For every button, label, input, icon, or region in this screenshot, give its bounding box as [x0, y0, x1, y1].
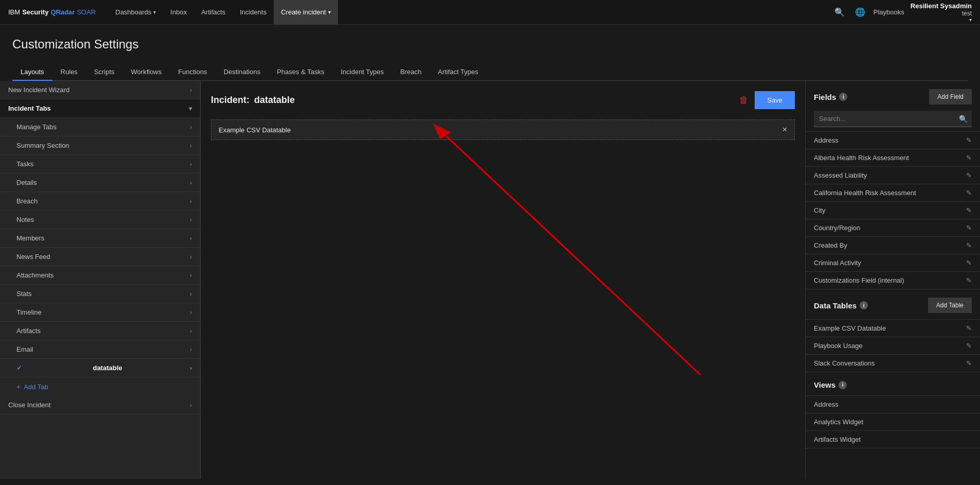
edit-icon[interactable]: ✎ [966, 224, 972, 232]
sidebar-item-details[interactable]: Details› [0, 174, 200, 192]
edit-icon[interactable]: ✎ [966, 154, 972, 162]
field-label: Created By [814, 241, 847, 249]
save-button[interactable]: Save [755, 91, 795, 109]
tab-rules[interactable]: Rules [52, 64, 86, 81]
plus-icon: + [16, 383, 21, 391]
nav-create-incident[interactable]: Create incident ▾ [274, 0, 337, 25]
sidebar-item-incident-tabs[interactable]: Incident Tabs ▾ [0, 99, 200, 118]
edit-icon[interactable]: ✎ [966, 171, 972, 179]
fields-search-container: 🔍 [806, 111, 980, 131]
tab-workflows[interactable]: Workflows [123, 64, 170, 81]
chevron-down-icon-3: ▾ [969, 17, 972, 23]
edit-icon[interactable]: ✎ [966, 189, 972, 197]
tab-artifact-types[interactable]: Artifact Types [430, 64, 487, 81]
sidebar-item-artifacts[interactable]: Artifacts› [0, 322, 200, 340]
sidebar-items: Manage Tabs›Summary Section›Tasks›Detail… [0, 118, 200, 377]
sidebar-item-manage-tabs[interactable]: Manage Tabs› [0, 118, 200, 136]
views-info-icon[interactable]: i [839, 381, 847, 389]
sidebar-item-label: Stats [16, 290, 32, 298]
datatable-input-row: × [211, 119, 795, 140]
data-table-item[interactable]: Playbook Usage✎ [806, 337, 980, 355]
edit-icon[interactable]: ✎ [966, 241, 972, 249]
tab-incident-types[interactable]: Incident Types [332, 64, 392, 81]
sidebar-item-label: Manage Tabs [16, 123, 57, 131]
sidebar-item-summary-section[interactable]: Summary Section› [0, 136, 200, 155]
tab-functions[interactable]: Functions [170, 64, 215, 81]
sidebar-item-close-incident[interactable]: Close Incident › [0, 396, 200, 414]
sidebar-item-timeline[interactable]: Timeline› [0, 303, 200, 322]
nav-inbox[interactable]: Inbox [163, 0, 194, 25]
data-table-item[interactable]: Example CSV Datatable✎ [806, 320, 980, 337]
edit-icon[interactable]: ✎ [966, 136, 972, 144]
clear-input-button[interactable]: × [775, 120, 794, 140]
views-section-header: Views i [806, 380, 980, 395]
data-tables-info-icon[interactable]: i [860, 301, 868, 309]
nav-dashboards[interactable]: Dashboards ▾ [108, 0, 163, 25]
field-item[interactable]: Customizations Field (internal)✎ [806, 272, 980, 289]
view-item[interactable]: Artifacts Widget [806, 431, 980, 448]
tab-layouts[interactable]: Layouts [12, 64, 52, 81]
checkmark-icon: ✓ [16, 364, 22, 372]
nav-incidents[interactable]: Incidents [233, 0, 274, 25]
sidebar-item-datatable[interactable]: ✓ datatable› [0, 359, 200, 377]
field-item[interactable]: Address✎ [806, 132, 980, 149]
chevron-right-icon: › [190, 309, 192, 316]
globe-button[interactable]: 🌐 [853, 5, 867, 19]
sidebar-item-tasks[interactable]: Tasks› [0, 155, 200, 174]
edit-icon[interactable]: ✎ [966, 342, 972, 350]
delete-button[interactable]: 🗑 [737, 93, 751, 108]
field-item[interactable]: Assessed Liability✎ [806, 167, 980, 184]
sidebar-item-news-feed[interactable]: News Feed› [0, 248, 200, 266]
chevron-down-icon-sidebar: ▾ [189, 105, 192, 112]
field-label: Alberta Health Risk Assessment [814, 154, 909, 162]
view-item[interactable]: Analytics Widget [806, 413, 980, 431]
tab-scripts[interactable]: Scripts [86, 64, 123, 81]
sidebar-item-label: Email [16, 345, 33, 353]
brand-soar: SOAR [77, 8, 96, 16]
sidebar-item-members[interactable]: Members› [0, 229, 200, 248]
user-menu[interactable]: Resilient Sysadmin test ▾ [911, 2, 972, 23]
field-item[interactable]: Alberta Health Risk Assessment✎ [806, 149, 980, 167]
sidebar-item-label: Attachments [16, 271, 54, 279]
right-panel: Fields i Add Field 🔍 Address✎Alberta Hea… [805, 81, 980, 479]
sidebar-item-stats[interactable]: Stats› [0, 285, 200, 303]
sidebar-item-email[interactable]: Email› [0, 340, 200, 359]
sidebar-item-breach[interactable]: Breach› [0, 192, 200, 211]
chevron-right-icon: › [190, 272, 192, 279]
playbooks-link[interactable]: Playbooks [874, 8, 904, 16]
tab-destinations[interactable]: Destinations [216, 64, 269, 81]
edit-icon[interactable]: ✎ [966, 359, 972, 367]
field-item[interactable]: California Health Risk Assessment✎ [806, 184, 980, 202]
add-field-button[interactable]: Add Field [929, 89, 972, 105]
fields-title: Fields i [814, 93, 847, 101]
sidebar-item-label: News Feed [16, 253, 50, 261]
field-label: Criminal Activity [814, 259, 861, 267]
edit-icon[interactable]: ✎ [966, 206, 972, 214]
tab-breach[interactable]: Breach [392, 64, 430, 81]
nav-artifacts[interactable]: Artifacts [194, 0, 233, 25]
sidebar-item-new-incident-wizard[interactable]: New Incident Wizard › [0, 81, 200, 99]
datatable-name-input[interactable] [211, 121, 775, 139]
chevron-right-icon: › [190, 346, 192, 353]
edit-icon[interactable]: ✎ [966, 259, 972, 267]
field-item[interactable]: City✎ [806, 202, 980, 219]
tab-phases---tasks[interactable]: Phases & Tasks [269, 64, 332, 81]
search-button[interactable]: 🔍 [832, 5, 847, 19]
fields-search-input[interactable] [814, 111, 972, 127]
add-table-button[interactable]: Add Table [928, 298, 972, 313]
view-item[interactable]: Address [806, 396, 980, 413]
edit-icon[interactable]: ✎ [966, 276, 972, 284]
field-item[interactable]: Created By✎ [806, 237, 980, 254]
fields-info-icon[interactable]: i [839, 93, 847, 101]
edit-icon[interactable]: ✎ [966, 324, 972, 332]
tabs-bar: LayoutsRulesScriptsWorkflowsFunctionsDes… [12, 64, 968, 81]
field-item[interactable]: Country/Region✎ [806, 219, 980, 237]
topnav-links: Dashboards ▾ Inbox Artifacts Incidents C… [108, 0, 832, 25]
sidebar-item-notes[interactable]: Notes› [0, 211, 200, 229]
data-table-item[interactable]: Slack Conversations✎ [806, 355, 980, 372]
field-label: Assessed Liability [814, 171, 867, 179]
sidebar-item-label: Timeline [16, 308, 42, 316]
field-item[interactable]: Criminal Activity✎ [806, 254, 980, 272]
sidebar-item-attachments[interactable]: Attachments› [0, 266, 200, 285]
add-tab-button[interactable]: + Add Tab [0, 377, 200, 396]
